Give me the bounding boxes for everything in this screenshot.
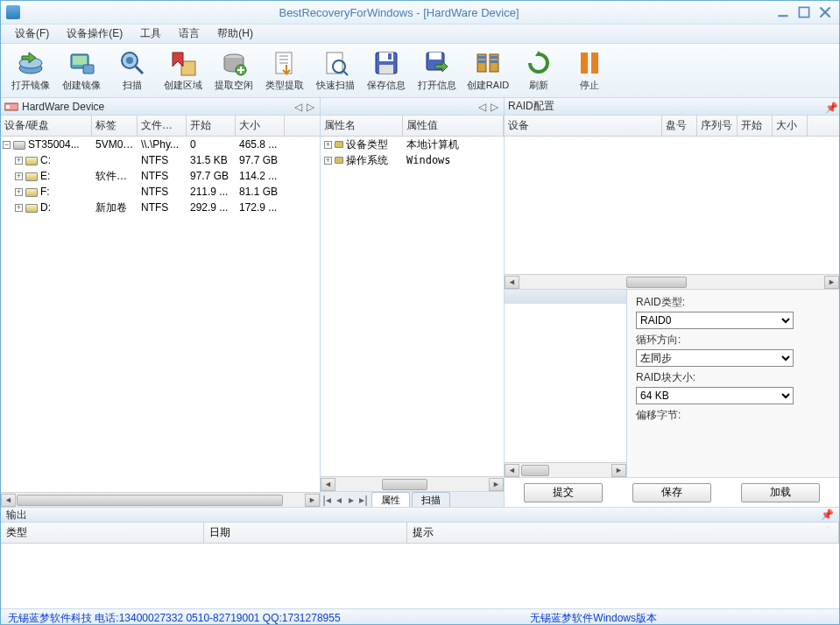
device-hscroll[interactable]: ◄► bbox=[1, 492, 320, 507]
raid-col-serial[interactable]: 序列号 bbox=[697, 116, 738, 136]
output-title: 输出 bbox=[6, 508, 27, 523]
toolbar-save-info[interactable]: 保存信息 bbox=[362, 46, 411, 95]
extract-free-icon bbox=[220, 49, 248, 77]
device-row[interactable]: +F:NTFS211.9 ...81.1 GB bbox=[1, 184, 320, 200]
create-raid-icon bbox=[474, 49, 502, 77]
toolbar-label: 打开信息 bbox=[418, 79, 456, 92]
svg-rect-7 bbox=[73, 56, 87, 65]
toolbar-type-extract[interactable]: 类型提取 bbox=[260, 46, 309, 95]
submit-button[interactable]: 提交 bbox=[524, 483, 603, 502]
svg-rect-8 bbox=[83, 65, 94, 74]
toolbar-create-raid[interactable]: 创建RAID bbox=[463, 46, 512, 95]
device-tree-grid[interactable]: 设备/硬盘 标签 文件系统 开始 大小 −ST35004...5VM04...\… bbox=[1, 116, 320, 507]
output-pin-icon[interactable]: 📌 bbox=[821, 509, 834, 521]
prop-hscroll[interactable]: ◄► bbox=[321, 476, 504, 491]
toolbar-open-info[interactable]: 打开信息 bbox=[413, 46, 462, 95]
toolbar-stop[interactable]: 停止 bbox=[565, 46, 614, 95]
col-prop-value[interactable]: 属性值 bbox=[403, 116, 504, 136]
menu-device[interactable]: 设备(F) bbox=[6, 25, 58, 43]
output-col-date[interactable]: 日期 bbox=[204, 523, 407, 543]
raid-list-hscroll[interactable]: ◄► bbox=[505, 462, 626, 477]
prop-nav-prev[interactable]: ◁ bbox=[476, 101, 488, 113]
tab-first[interactable]: |◂ bbox=[321, 494, 333, 506]
raid-hscroll[interactable]: ◄► bbox=[505, 274, 839, 289]
block-size-select[interactable]: 64 KB bbox=[636, 387, 794, 404]
svg-line-11 bbox=[136, 67, 143, 74]
col-prop-name[interactable]: 属性名 bbox=[321, 116, 403, 136]
panel-nav-prev[interactable]: ◁ bbox=[292, 101, 304, 113]
tab-properties[interactable]: 属性 bbox=[371, 492, 410, 508]
maximize-button[interactable] bbox=[795, 6, 813, 18]
output-col-msg[interactable]: 提示 bbox=[407, 523, 839, 543]
toolbar-label: 快速扫描 bbox=[316, 79, 355, 92]
raid-type-label: RAID类型: bbox=[636, 295, 830, 310]
toolbar-label: 提取空闲 bbox=[215, 79, 253, 92]
status-bar: 无锡蓝梦软件科技 电话:13400027332 0510-82719001 QQ… bbox=[1, 608, 839, 625]
property-header: ◁ ▷ bbox=[321, 98, 504, 116]
raid-col-device[interactable]: 设备 bbox=[505, 116, 662, 136]
raid-type-select[interactable]: RAID0 bbox=[636, 312, 794, 329]
col-size[interactable]: 大小 bbox=[236, 116, 285, 136]
svg-point-10 bbox=[126, 57, 133, 64]
device-row[interactable]: +C:NTFS31.5 KB97.7 GB bbox=[1, 152, 320, 168]
svg-rect-28 bbox=[478, 60, 485, 63]
tab-prev[interactable]: ◂ bbox=[333, 494, 345, 506]
toolbar-label: 打开镜像 bbox=[11, 79, 50, 92]
load-button[interactable]: 加载 bbox=[741, 483, 820, 502]
title-bar: BestRecoveryForWindows - [HardWare Devic… bbox=[1, 1, 839, 25]
raid-list-box[interactable]: ◄► bbox=[505, 290, 627, 477]
svg-rect-1 bbox=[799, 7, 808, 17]
device-row[interactable]: −ST35004...5VM04...\\.\Phy...0465.8 ... bbox=[1, 137, 320, 152]
property-grid[interactable]: 属性名 属性值 +设备类型本地计算机+操作系统Windows ◄► |◂ ◂ ▸… bbox=[321, 116, 504, 507]
save-info-icon bbox=[372, 49, 400, 77]
menu-tools[interactable]: 工具 bbox=[131, 25, 170, 43]
tab-last[interactable]: ▸| bbox=[357, 494, 370, 506]
open-info-icon bbox=[423, 49, 451, 77]
block-size-label: RAID块大小: bbox=[636, 370, 830, 385]
menu-device-ops[interactable]: 设备操作(E) bbox=[58, 25, 131, 43]
prop-nav-next[interactable]: ▷ bbox=[488, 101, 500, 113]
device-row[interactable]: +D:新加卷NTFS292.9 ...172.9 ... bbox=[1, 200, 320, 215]
menu-language[interactable]: 语言 bbox=[170, 25, 208, 43]
pin-icon[interactable]: 📌 bbox=[825, 102, 836, 112]
save-button[interactable]: 保存 bbox=[632, 483, 711, 502]
svg-rect-34 bbox=[6, 105, 10, 109]
create-region-icon bbox=[169, 49, 197, 77]
toolbar-refresh[interactable]: 刷新 bbox=[514, 46, 563, 95]
raid-col-start[interactable]: 开始 bbox=[738, 116, 773, 136]
output-grid[interactable]: 类型 日期 提示 bbox=[1, 523, 839, 608]
property-row[interactable]: +操作系统Windows bbox=[321, 152, 504, 168]
svg-rect-29 bbox=[491, 56, 498, 59]
col-device[interactable]: 设备/硬盘 bbox=[1, 116, 92, 136]
toolbar-label: 停止 bbox=[580, 79, 599, 92]
hardware-device-header: HardWare Device ◁ ▷ bbox=[1, 98, 320, 116]
toolbar-create-image[interactable]: 创建镜像 bbox=[57, 46, 106, 95]
close-button[interactable] bbox=[816, 6, 834, 18]
tab-next[interactable]: ▸ bbox=[345, 494, 357, 506]
col-fs[interactable]: 文件系统 bbox=[138, 116, 187, 136]
device-row[interactable]: +E:软件资料NTFS97.7 GB114.2 ... bbox=[1, 168, 320, 184]
toolbar-scan[interactable]: 扫描 bbox=[108, 46, 157, 95]
raid-col-size[interactable]: 大小 bbox=[773, 116, 808, 136]
toolbar-label: 扫描 bbox=[123, 79, 142, 92]
tab-scan[interactable]: 扫描 bbox=[412, 492, 450, 508]
create-image-icon bbox=[67, 49, 95, 77]
raid-device-grid[interactable]: 设备 盘号 序列号 开始 大小 ◄► bbox=[505, 116, 839, 289]
raid-button-row: 提交 保存 加载 bbox=[505, 477, 839, 507]
menu-help[interactable]: 帮助(H) bbox=[208, 25, 262, 43]
panel-nav-next[interactable]: ▷ bbox=[304, 101, 316, 113]
property-row[interactable]: +设备类型本地计算机 bbox=[321, 137, 504, 152]
app-icon bbox=[6, 5, 20, 19]
toolbar-open-image[interactable]: 打开镜像 bbox=[6, 46, 55, 95]
col-label[interactable]: 标签 bbox=[92, 116, 138, 136]
toolbar-create-region[interactable]: 创建区域 bbox=[159, 46, 208, 95]
output-col-type[interactable]: 类型 bbox=[1, 523, 204, 543]
minimize-button[interactable] bbox=[774, 6, 792, 18]
toolbar-extract-free[interactable]: 提取空闲 bbox=[209, 46, 258, 95]
property-tabs: |◂ ◂ ▸ ▸| 属性 扫描 bbox=[321, 491, 504, 507]
col-start[interactable]: 开始 bbox=[187, 116, 236, 136]
hardware-icon bbox=[4, 101, 18, 113]
raid-col-diskno[interactable]: 盘号 bbox=[662, 116, 697, 136]
loop-dir-select[interactable]: 左同步 bbox=[636, 349, 794, 367]
toolbar-quick-scan[interactable]: 快速扫描 bbox=[311, 46, 360, 95]
